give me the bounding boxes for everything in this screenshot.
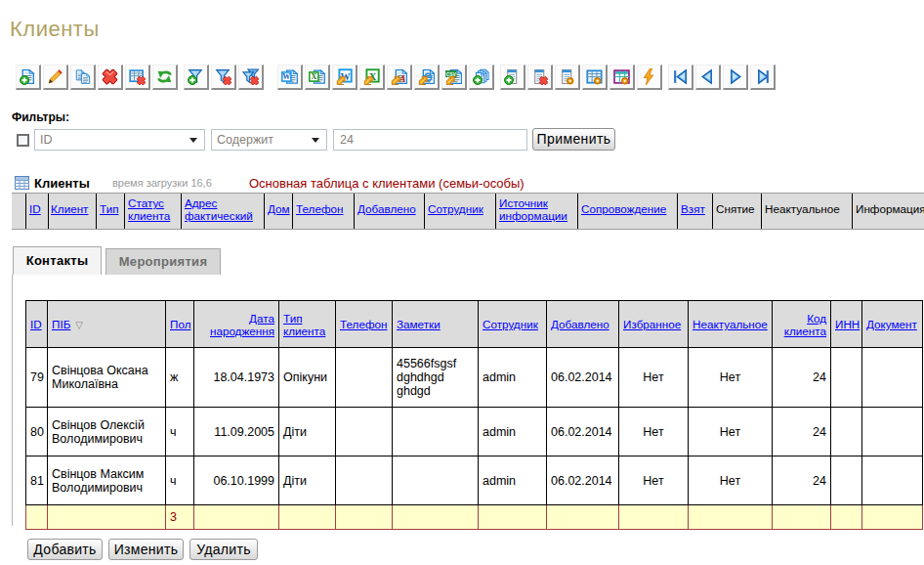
svg-text:CSV: CSV	[446, 72, 457, 77]
svg-text:W: W	[282, 72, 290, 81]
svg-text:X: X	[311, 72, 316, 81]
